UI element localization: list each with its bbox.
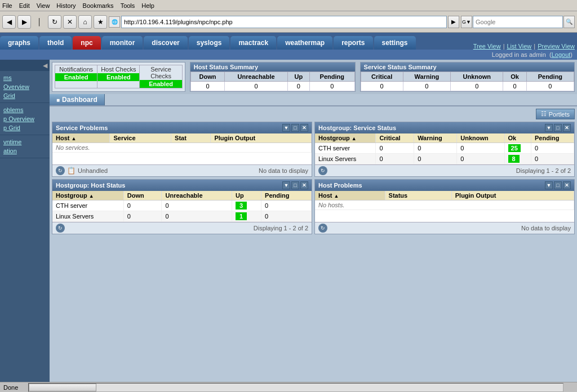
menu-bookmarks[interactable]: Bookmarks bbox=[83, 2, 114, 9]
reload-button[interactable]: ↻ bbox=[48, 15, 61, 29]
dashboard-tab[interactable]: ■ Dashboard bbox=[50, 94, 105, 105]
sp-col-plugin[interactable]: Plugin Output bbox=[211, 133, 312, 143]
hs-col-critical[interactable]: Critical bbox=[376, 133, 414, 143]
browser-toolbar: ◀ ▶ │ ↻ ✕ ⌂ ★ 🌐 ▶ G▼ 🔍 bbox=[0, 11, 577, 33]
widget-close-hh[interactable]: ✕ bbox=[300, 181, 308, 189]
forward-button[interactable]: ▶ bbox=[17, 15, 31, 29]
list-view-link[interactable]: List View bbox=[507, 43, 531, 50]
hp-col-plugin[interactable]: Plugin Output bbox=[451, 191, 574, 201]
sp-col-stat[interactable]: Stat bbox=[171, 133, 211, 143]
hs-col-pending[interactable]: Pending bbox=[531, 133, 574, 143]
host-status-table: Down Unreachable Up Pending 0 0 0 0 bbox=[190, 72, 355, 91]
hh-col-pending[interactable]: Pending bbox=[261, 191, 312, 201]
svc-col-critical: Critical bbox=[361, 72, 403, 82]
horizontal-scrollbar[interactable] bbox=[28, 383, 563, 392]
logout-link[interactable]: Logout bbox=[552, 51, 571, 58]
sidebar-item-overview[interactable]: Overview bbox=[0, 82, 50, 91]
hs-r1-hostgroup: CTH server bbox=[315, 143, 376, 154]
tab-graphs[interactable]: graphs bbox=[0, 36, 38, 50]
search-bar[interactable] bbox=[473, 16, 563, 28]
hh-col-up[interactable]: Up bbox=[232, 191, 261, 201]
sidebar-item-oblems[interactable]: oblems bbox=[0, 105, 50, 114]
sidebar-item-ms[interactable]: ms bbox=[0, 73, 50, 82]
sidebar-item-ation[interactable]: ation bbox=[0, 146, 50, 155]
widget-close-hs[interactable]: ✕ bbox=[563, 124, 571, 132]
hs-refresh-icon[interactable]: ↻ bbox=[318, 166, 327, 175]
sidebar-collapse-button[interactable]: ◀ bbox=[0, 60, 50, 71]
tab-reports[interactable]: reports bbox=[334, 36, 372, 50]
hp-refresh-icon[interactable]: ↻ bbox=[318, 224, 327, 233]
hh-col-hostgroup[interactable]: Hostgroup ▲ bbox=[52, 191, 123, 201]
hs-r1-ok-badge: 25 bbox=[508, 144, 521, 152]
tab-weathermap[interactable]: weathermap bbox=[277, 36, 332, 50]
widget-minimize-hs[interactable]: ▼ bbox=[545, 124, 553, 132]
sidebar-item-vntime[interactable]: vntime bbox=[0, 137, 50, 146]
hs-col-unknown[interactable]: Unknown bbox=[457, 133, 504, 143]
search-input[interactable] bbox=[476, 19, 560, 25]
address-input[interactable] bbox=[124, 19, 444, 25]
widget-controls-sp: ▼ □ ✕ bbox=[282, 124, 308, 132]
widget-minimize-hp[interactable]: ▼ bbox=[545, 181, 553, 189]
sp-col-service[interactable]: Service bbox=[110, 133, 171, 143]
search-button[interactable]: 🔍 bbox=[563, 16, 575, 28]
preview-view-link[interactable]: Preview View bbox=[538, 43, 575, 50]
host-problems-widget: Host Problems ▼ □ ✕ bbox=[314, 179, 575, 234]
menu-tools[interactable]: Tools bbox=[121, 2, 135, 9]
stop-button[interactable]: ✕ bbox=[63, 15, 77, 29]
tab-mactrack[interactable]: mactrack bbox=[230, 36, 276, 50]
go-button[interactable]: ▶ bbox=[448, 16, 459, 28]
back-button[interactable]: ◀ bbox=[2, 15, 16, 29]
svc-val-pending: 0 bbox=[526, 82, 574, 91]
unhandled-icon: 📋 bbox=[67, 167, 76, 175]
hs-col-hostgroup[interactable]: Hostgroup ▲ bbox=[315, 133, 376, 143]
widget-restore-hh[interactable]: □ bbox=[291, 181, 299, 189]
tab-npc[interactable]: npc bbox=[73, 36, 100, 50]
widget-controls-hp: ▼ □ ✕ bbox=[545, 181, 571, 189]
tab-syslogs[interactable]: syslogs bbox=[189, 36, 230, 50]
sidebar: ◀ ms Overview Grid oblems p Overview p G… bbox=[0, 60, 50, 382]
widget-controls-hh: ▼ □ ✕ bbox=[282, 181, 308, 189]
widget-close-sp[interactable]: ✕ bbox=[300, 124, 308, 132]
menu-view[interactable]: View bbox=[37, 2, 50, 9]
menu-help[interactable]: Help bbox=[141, 2, 154, 9]
sidebar-item-p-overview[interactable]: p Overview bbox=[0, 114, 50, 123]
widget-close-hp[interactable]: ✕ bbox=[563, 181, 571, 189]
sidebar-item-grid[interactable]: Grid bbox=[0, 91, 50, 100]
widget-minimize-sp[interactable]: ▼ bbox=[282, 124, 290, 132]
widget-restore-hs[interactable]: □ bbox=[554, 124, 562, 132]
widget-restore-hp[interactable]: □ bbox=[554, 181, 562, 189]
hh-refresh-icon[interactable]: ↻ bbox=[56, 224, 65, 233]
widget-minimize-hh[interactable]: ▼ bbox=[282, 181, 290, 189]
host-val-pending: 0 bbox=[309, 82, 354, 91]
sidebar-section-1: ms Overview Grid bbox=[0, 71, 50, 103]
tab-thold[interactable]: thold bbox=[39, 36, 72, 50]
menu-edit[interactable]: Edit bbox=[19, 2, 30, 9]
logged-in-text: Logged in as bbox=[492, 51, 527, 58]
hh-col-down[interactable]: Down bbox=[123, 191, 162, 201]
hh-r2-hostgroup: Linux Servers bbox=[52, 211, 123, 222]
star-button[interactable]: ★ bbox=[94, 15, 107, 29]
hs-col-warning[interactable]: Warning bbox=[414, 133, 457, 143]
sp-refresh-icon[interactable]: ↻ bbox=[56, 166, 65, 175]
sidebar-item-p-grid[interactable]: p Grid bbox=[0, 123, 50, 132]
menu-history[interactable]: History bbox=[56, 2, 76, 9]
hs-col-ok[interactable]: Ok bbox=[504, 133, 531, 143]
hostgroup-host-title: Hostgroup: Host Status bbox=[56, 182, 125, 189]
portlets-button[interactable]: ☷ Portlets bbox=[536, 109, 575, 119]
address-bar[interactable] bbox=[121, 16, 447, 28]
tab-settings[interactable]: settings bbox=[374, 36, 416, 50]
menu-file[interactable]: File bbox=[2, 2, 12, 9]
hostgroup-host-widget: Hostgroup: Host Status ▼ □ ✕ bbox=[52, 179, 312, 234]
search-engine-button[interactable]: G▼ bbox=[461, 16, 472, 28]
home-button[interactable]: ⌂ bbox=[78, 15, 92, 29]
tab-monitor[interactable]: monitor bbox=[102, 36, 143, 50]
tab-discover[interactable]: discover bbox=[144, 36, 187, 50]
hp-col-host[interactable]: Host ▲ bbox=[315, 191, 385, 201]
sp-col-host[interactable]: Host ▲ bbox=[52, 133, 110, 143]
hp-col-status[interactable]: Status bbox=[385, 191, 451, 201]
widget-restore-sp[interactable]: □ bbox=[291, 124, 299, 132]
hh-col-unreachable[interactable]: Unreachable bbox=[162, 191, 232, 201]
tree-view-link[interactable]: Tree View bbox=[473, 43, 501, 50]
scrollbar-thumb[interactable] bbox=[29, 384, 96, 391]
main-area: ◀ ms Overview Grid oblems p Overview p G… bbox=[0, 60, 577, 382]
